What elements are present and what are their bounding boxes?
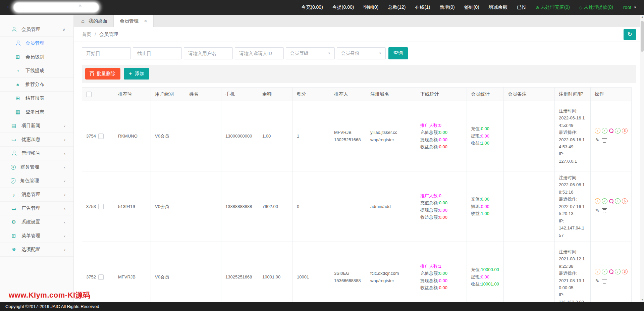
main-panel: 我的桌面 会员管理 × 首页 / 会员管理 ↻ 会员等级 [74, 15, 644, 302]
topbar-stat[interactable]: 新增(0) [435, 4, 460, 10]
select-all-checkbox[interactable] [86, 92, 92, 97]
column-header: 会员备注 [504, 88, 555, 101]
column-header: 积分 [293, 88, 330, 101]
topbar-stat[interactable]: ◇未处理提款(0) [575, 4, 618, 10]
sidebar-item[interactable]: 项目新闻‹ [0, 119, 73, 133]
approve-icon[interactable]: ✓ [602, 269, 607, 274]
phone: 13888888888 [225, 204, 252, 209]
batch-delete-button[interactable]: 批量删除 [85, 68, 120, 80]
add-points-icon[interactable]: ↑ [595, 128, 600, 134]
delete-icon[interactable] [603, 139, 606, 143]
ad-banner-icon [11, 205, 17, 211]
tab-label: 会员管理 [120, 18, 139, 24]
vertical-scrollbar[interactable]: ▲ ▼ [640, 15, 644, 302]
sidebar-item[interactable]: 选项配置‹ [0, 243, 73, 257]
sidebar-item[interactable]: 会员管理∨ [0, 23, 73, 37]
downline-stats-cell: 推广人数:0 充值总额:0.00 提现总额:0.00 收益总额:0.00 [416, 101, 467, 171]
sidebar-item[interactable]: 系统设置‹ [0, 215, 73, 229]
sidebar-item[interactable]: 会员管理 [0, 37, 73, 50]
topbar-stat[interactable]: 增减余额 [484, 4, 512, 10]
topbar-stat[interactable]: 今提(0.00) [328, 4, 359, 10]
topbar-stat[interactable]: 已投 [512, 4, 531, 10]
username-input[interactable] [184, 47, 233, 59]
delete-icon[interactable] [603, 209, 606, 213]
approve-icon[interactable]: ✓ [602, 128, 607, 134]
sidebar-item[interactable]: 角色管理‹ [0, 174, 73, 188]
column-header: 余额 [258, 88, 293, 101]
topbar-stat[interactable]: 签到(0) [460, 4, 484, 10]
sidebar-item-label: 推荐分布 [25, 82, 44, 88]
topbar-stat[interactable]: 在线(1) [410, 4, 435, 10]
scrollbar-thumb[interactable] [641, 21, 644, 52]
sidebar-item[interactable]: 广告管理‹ [0, 202, 73, 215]
scroll-down-icon[interactable]: ▼ [640, 298, 644, 301]
member-level: V0会员 [155, 274, 169, 279]
tab-member-management[interactable]: 会员管理 × [114, 15, 154, 27]
deduct-points-icon[interactable]: ↓ [615, 269, 621, 274]
banner-icon [11, 137, 17, 143]
table-row: 3752 MFVRJB V0会员 13025251668 10001.00 10… [82, 242, 632, 302]
approve-icon[interactable]: ✓ [602, 198, 607, 204]
sidebar-item[interactable]: 会员级别 [0, 50, 73, 64]
money-icon[interactable]: $ [622, 269, 628, 274]
table-header-row: 推荐号用户级别姓名手机余额积分推荐人注册域名下线统计会员统计会员备注注册时间/I… [82, 88, 632, 101]
sidebar-item[interactable]: 消息管理‹ [0, 188, 73, 202]
action-bar: 批量删除 + 添加 [82, 65, 636, 83]
chevron-left-icon: ‹ [64, 151, 65, 156]
add-button[interactable]: + 添加 [124, 68, 149, 80]
breadcrumb-separator: / [95, 32, 96, 37]
tab-label: 我的桌面 [89, 18, 107, 24]
username: root [623, 5, 631, 10]
sidebar-item[interactable]: 推荐分布 [0, 78, 73, 92]
money-icon[interactable]: $ [622, 198, 628, 204]
end-date-input[interactable] [133, 47, 182, 59]
member-level-select[interactable]: 会员等级 ▼ [286, 47, 335, 59]
chevron-down-icon: ∨ [62, 27, 65, 32]
edit-icon[interactable]: ✎ [595, 136, 599, 144]
delete-icon[interactable] [603, 280, 606, 283]
money-icon[interactable]: $ [622, 128, 628, 134]
topbar-stat[interactable]: 明到(0) [359, 4, 383, 10]
register-time-cell: 注册时间: 2022-06-16 14:53:49 最近操作: 2022-06-… [555, 101, 591, 171]
sidebar-item[interactable]: 管理帐号‹ [0, 147, 73, 160]
tab-my-desktop[interactable]: 我的桌面 [74, 15, 114, 27]
search-icon[interactable] [609, 269, 613, 274]
sidebar-item[interactable]: 登录日志 [0, 105, 73, 119]
report-grid-icon [15, 95, 21, 101]
refresh-button[interactable]: ↻ [624, 29, 636, 40]
phone: 13025251668 [225, 274, 252, 279]
start-date-input[interactable] [82, 47, 131, 59]
deduct-points-icon[interactable]: ↓ [615, 128, 621, 134]
user-menu[interactable]: root ▼ [623, 5, 637, 10]
edit-icon[interactable]: ✎ [595, 207, 599, 214]
add-points-icon[interactable]: ↑ [595, 269, 600, 274]
chevron-down-icon: ▼ [328, 52, 331, 55]
row-checkbox[interactable] [98, 274, 104, 280]
close-icon[interactable]: × [144, 18, 147, 24]
register-time-cell: 注册时间: 2022-06-08 18:51:16 最近操作: 2022-07-… [555, 171, 591, 242]
chevron-down-icon: ▼ [379, 52, 382, 55]
search-button[interactable]: 查询 [388, 47, 408, 59]
search-icon[interactable] [609, 128, 613, 133]
sidebar-item[interactable]: 结算报表 [0, 92, 73, 105]
table-body: 3754 RKMUNO V0会员 13000000000 1.00 1 MFVR… [82, 101, 632, 302]
filter-bar: 会员等级 ▼ 会员身份 ▼ 查询 [82, 47, 636, 59]
sidebar-item[interactable]: 菜单管理‹ [0, 229, 73, 243]
inviter-id-input[interactable] [235, 47, 284, 59]
sidebar-item[interactable]: 下线提成 [0, 64, 73, 78]
add-points-icon[interactable]: ↑ [595, 198, 600, 204]
scroll-up-icon[interactable]: ▲ [640, 15, 644, 18]
deduct-points-icon[interactable]: ↓ [615, 198, 621, 204]
breadcrumb-home[interactable]: 首页 [82, 32, 91, 38]
sidebar-item[interactable]: 优惠加息‹ [0, 133, 73, 147]
topbar-stat[interactable]: 总数(12) [383, 4, 411, 10]
edit-icon[interactable]: ✎ [595, 277, 599, 285]
topbar-stat[interactable]: 今充(0.00) [297, 4, 328, 10]
topbar: ! ^ 今充(0.00)今提(0.00)明到(0)总数(12)在线(1)新增(0… [0, 0, 644, 15]
sidebar-item[interactable]: 财务管理‹ [0, 160, 73, 174]
topbar-stat[interactable]: ⊛未处理充值(0) [531, 4, 575, 10]
row-checkbox[interactable] [98, 204, 104, 209]
member-identity-select[interactable]: 会员身份 ▼ [337, 47, 386, 59]
row-checkbox[interactable] [98, 134, 104, 139]
search-icon[interactable] [609, 199, 613, 204]
